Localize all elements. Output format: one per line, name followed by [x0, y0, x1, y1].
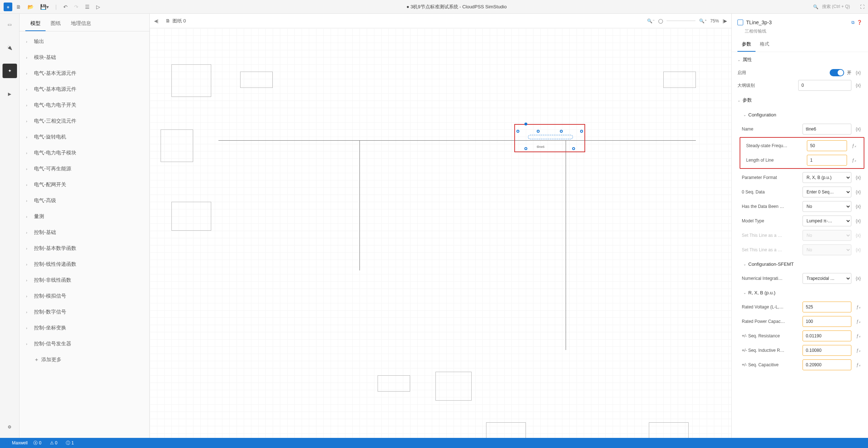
- zoom-in-icon[interactable]: 🔍⁺: [699, 18, 707, 24]
- block-steam-tur-b[interactable]: [649, 422, 689, 438]
- copy-icon[interactable]: ⧉: [851, 20, 855, 25]
- fx-suffix[interactable]: ƒₓ: [850, 143, 858, 148]
- fx-suffix[interactable]: ƒₓ: [854, 333, 862, 338]
- status-counts[interactable]: ⓧ 0 ⚠ 0 ⓘ 1: [33, 440, 81, 446]
- frequency-input[interactable]: [807, 140, 847, 151]
- tab-params[interactable]: 参数: [737, 37, 756, 52]
- block-pss1a-r[interactable]: [663, 72, 696, 88]
- expr-suffix[interactable]: {x}: [854, 83, 862, 88]
- block-pss1a[interactable]: [240, 72, 273, 88]
- section-configuration[interactable]: ⌄Configuration: [732, 108, 868, 122]
- redo-icon[interactable]: ↷: [74, 4, 78, 10]
- model-type-select[interactable]: Lumped π-…: [803, 216, 851, 226]
- settings-gear-icon[interactable]: ⚙: [3, 420, 17, 434]
- section-params[interactable]: ⌄参数: [732, 93, 868, 108]
- rpos-input[interactable]: [803, 330, 851, 341]
- doc-tab[interactable]: 🗎 图纸 0: [163, 16, 189, 26]
- expr-suffix[interactable]: {x}: [854, 175, 862, 180]
- param-format-select[interactable]: R, X, B (p.u.): [803, 172, 851, 183]
- list-icon[interactable]: ☰: [85, 4, 90, 10]
- app-icon[interactable]: ⎈: [4, 3, 12, 11]
- run-icon[interactable]: ▷: [96, 4, 100, 10]
- statusbar: 👤 Maxwell ⓧ 0 ⚠ 0 ⓘ 1: [0, 438, 868, 448]
- corrected-select[interactable]: No: [803, 201, 851, 212]
- tree-item[interactable]: ›电气-基本电源元件: [20, 81, 149, 97]
- new-file-icon[interactable]: 🗎: [16, 4, 21, 10]
- schematic-canvas[interactable]: tline6: [150, 28, 731, 438]
- tree-item[interactable]: ›控制-坐标变换: [20, 320, 149, 336]
- collapse-right-icon[interactable]: |▶: [723, 18, 727, 24]
- tree-item[interactable]: ›电气-三相交流元件: [20, 113, 149, 129]
- tree-item[interactable]: ›电气-电力电子模块: [20, 145, 149, 161]
- zoom-out-icon[interactable]: 🔍⁻: [647, 18, 655, 24]
- selected-tline6[interactable]: tline6: [514, 124, 585, 152]
- expr-suffix[interactable]: {x}: [854, 276, 862, 281]
- block-exst1[interactable]: [171, 64, 211, 97]
- fx-suffix[interactable]: ƒₓ: [854, 304, 862, 310]
- collapse-left-icon[interactable]: ◀|: [154, 18, 158, 24]
- bseq-input[interactable]: [803, 359, 851, 370]
- fx-suffix[interactable]: ƒₓ: [854, 348, 862, 353]
- section-rxb[interactable]: ⌄R, X, B (p.u.): [732, 286, 868, 300]
- expr-suffix[interactable]: {x}: [854, 127, 862, 132]
- numint-select[interactable]: Trapezoidal …: [803, 273, 851, 284]
- tree-item[interactable]: ›电气-电力电子开关: [20, 97, 149, 113]
- tree-item[interactable]: ›电气-配网开关: [20, 177, 149, 193]
- tree-item[interactable]: ›控制-模拟信号: [20, 288, 149, 304]
- status-user[interactable]: 👤 Maxwell: [4, 440, 27, 445]
- seq0-select[interactable]: Enter 0 Seq…: [803, 187, 851, 197]
- tree-item[interactable]: ›控制-基本数学函数: [20, 240, 149, 256]
- xpos-input[interactable]: [803, 345, 851, 356]
- block-steam-gov[interactable]: [486, 422, 526, 438]
- fx-suffix[interactable]: ƒₓ: [850, 158, 858, 163]
- enable-toggle[interactable]: [830, 69, 844, 76]
- tree-item[interactable]: ›控制-非线性函数: [20, 272, 149, 288]
- fx-suffix[interactable]: ƒₓ: [854, 362, 862, 367]
- tree-item[interactable]: ›控制-数字信号: [20, 304, 149, 320]
- activity-plug-icon[interactable]: 🔌: [3, 40, 17, 55]
- save-icon[interactable]: 💾▾: [40, 4, 49, 10]
- block-exst1-b[interactable]: [435, 372, 472, 401]
- expr-suffix[interactable]: {x}: [854, 204, 862, 209]
- tree-item[interactable]: ›电气-高级: [20, 193, 149, 209]
- block-pss1a-b[interactable]: [378, 375, 410, 392]
- open-folder-icon[interactable]: 📂: [27, 4, 34, 10]
- activity-play-icon[interactable]: ▶: [3, 87, 17, 101]
- expr-suffix[interactable]: {x}: [854, 189, 862, 195]
- zoom-reset-icon[interactable]: ◯: [658, 18, 663, 24]
- tab-format[interactable]: 格式: [756, 37, 774, 52]
- tab-model[interactable]: 模型: [25, 17, 46, 31]
- search-icon[interactable]: 🔍: [813, 4, 818, 9]
- tree-item[interactable]: ›电气-基本无源元件: [20, 65, 149, 81]
- block-gen2[interactable]: [161, 129, 193, 162]
- tab-geo[interactable]: 地理信息: [66, 17, 96, 31]
- block-steam-tur[interactable]: [171, 202, 211, 231]
- add-more-button[interactable]: ＋添加更多: [20, 352, 149, 368]
- section-sfemt[interactable]: ⌄Configuration-SFEMT: [732, 257, 868, 271]
- undo-icon[interactable]: ↶: [63, 4, 68, 10]
- expr-suffix[interactable]: {x}: [854, 70, 862, 75]
- fx-suffix[interactable]: ƒₓ: [854, 319, 862, 324]
- tree-item[interactable]: ›输出: [20, 34, 149, 50]
- section-attributes[interactable]: ⌄属性: [732, 52, 868, 67]
- length-input[interactable]: [807, 155, 847, 166]
- tree-item[interactable]: ›控制-基础: [20, 225, 149, 240]
- srated-input[interactable]: [803, 316, 851, 327]
- tree-item[interactable]: ›电气-可再生能源: [20, 161, 149, 177]
- fullscreen-icon[interactable]: ⛶: [860, 4, 864, 9]
- tree-item[interactable]: ›量测: [20, 209, 149, 225]
- name-input[interactable]: [803, 124, 851, 135]
- tree-item[interactable]: ›控制-线性传递函数: [20, 256, 149, 272]
- search-hint[interactable]: 搜索 (Ctrl + Q): [822, 4, 850, 10]
- outline-input[interactable]: [798, 80, 851, 91]
- activity-tools-icon[interactable]: ✦: [3, 64, 17, 78]
- tree-item[interactable]: ›控制-信号发生器: [20, 336, 149, 352]
- activity-model-icon[interactable]: ▭: [3, 17, 17, 32]
- tree-item[interactable]: ›电气-旋转电机: [20, 129, 149, 145]
- tab-sheet[interactable]: 图纸: [46, 17, 66, 31]
- vrated-input[interactable]: [803, 302, 851, 312]
- doc-tab-label: 图纸 0: [173, 18, 186, 24]
- expr-suffix[interactable]: {x}: [854, 218, 862, 223]
- tree-item[interactable]: ›模块-基础: [20, 50, 149, 65]
- help-icon[interactable]: ❓: [857, 20, 862, 25]
